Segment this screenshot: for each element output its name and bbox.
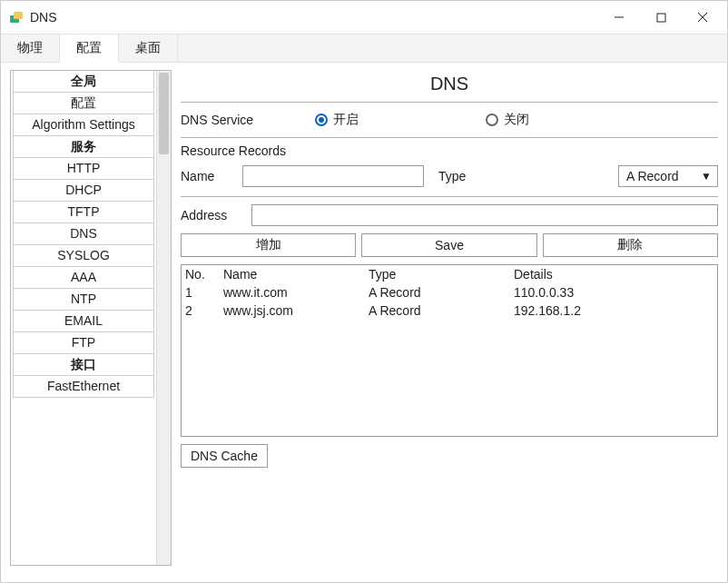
sidebar-item-aaa[interactable]: AAA [13, 266, 154, 289]
type-select[interactable]: A Record ▼ [618, 165, 718, 187]
table-row[interactable]: 2 www.jsj.com A Record 192.168.1.2 [182, 301, 717, 320]
service-label: DNS Service [181, 113, 308, 127]
type-value: A Record [626, 169, 679, 183]
minimize-button[interactable] [598, 3, 640, 32]
sidebar-item-ntp[interactable]: NTP [13, 288, 154, 311]
add-button[interactable]: 增加 [181, 233, 356, 257]
col-details: Details [514, 267, 713, 282]
sidebar: 全局 配置 Algorithm Settings 服务 HTTP DHCP TF… [10, 70, 172, 566]
type-label: Type [438, 169, 484, 183]
name-input[interactable] [242, 165, 424, 187]
radio-on-label: 开启 [333, 112, 359, 128]
records-table: No. Name Type Details 1 www.it.com A Rec… [181, 264, 718, 437]
sidebar-item-global[interactable]: 全局 [13, 71, 154, 93]
sidebar-item-algorithm[interactable]: Algorithm Settings [13, 114, 154, 136]
tab-bar: 物理 配置 桌面 [1, 34, 727, 63]
col-no: No. [185, 267, 223, 282]
titlebar: DNS [1, 1, 727, 34]
sidebar-item-syslog[interactable]: SYSLOG [13, 244, 154, 267]
sidebar-item-config[interactable]: 配置 [13, 92, 154, 114]
radio-off[interactable]: 关闭 [486, 112, 649, 128]
tab-physical[interactable]: 物理 [1, 35, 60, 62]
body: 全局 配置 Algorithm Settings 服务 HTTP DHCP TF… [1, 63, 727, 582]
close-button[interactable] [682, 3, 723, 32]
sidebar-item-tftp[interactable]: TFTP [13, 201, 154, 223]
window-title: DNS [30, 10, 57, 25]
col-name: Name [223, 267, 369, 282]
sidebar-item-fastethernet[interactable]: FastEthernet [13, 375, 154, 398]
tab-config[interactable]: 配置 [60, 35, 119, 63]
sidebar-item-dns[interactable]: DNS [13, 222, 154, 245]
col-type: Type [369, 267, 514, 282]
sidebar-scrollbar[interactable] [156, 71, 171, 565]
radio-off-icon [486, 114, 498, 126]
delete-button[interactable]: 删除 [543, 233, 718, 257]
page-title: DNS [181, 70, 718, 102]
save-button[interactable]: Save [361, 233, 536, 257]
app-window: DNS 物理 配置 桌面 全局 配置 Algorithm Settings 服务… [0, 0, 728, 583]
radio-on-icon [315, 114, 328, 126]
svg-rect-3 [657, 14, 665, 22]
address-label: Address [181, 208, 244, 222]
rr-section-label: Resource Records [181, 138, 718, 162]
chevron-down-icon: ▼ [701, 170, 712, 183]
sidebar-item-interfaces[interactable]: 接口 [13, 353, 154, 376]
name-label: Name [181, 169, 235, 183]
app-icon [8, 9, 25, 25]
sidebar-item-services[interactable]: 服务 [13, 135, 154, 158]
tab-desktop[interactable]: 桌面 [119, 35, 178, 62]
main-panel: DNS DNS Service 开启 关闭 Resource Records N… [181, 70, 718, 566]
radio-off-label: 关闭 [504, 112, 529, 128]
svg-rect-1 [14, 12, 23, 19]
table-row[interactable]: 1 www.it.com A Record 110.0.0.33 [182, 283, 717, 301]
address-input[interactable] [251, 204, 718, 226]
radio-on[interactable]: 开启 [315, 112, 478, 128]
dns-cache-button[interactable]: DNS Cache [181, 444, 268, 468]
maximize-button[interactable] [640, 3, 682, 32]
sidebar-item-email[interactable]: EMAIL [13, 310, 154, 332]
sidebar-item-http[interactable]: HTTP [13, 157, 154, 180]
sidebar-item-dhcp[interactable]: DHCP [13, 179, 154, 202]
sidebar-item-ftp[interactable]: FTP [13, 331, 154, 354]
